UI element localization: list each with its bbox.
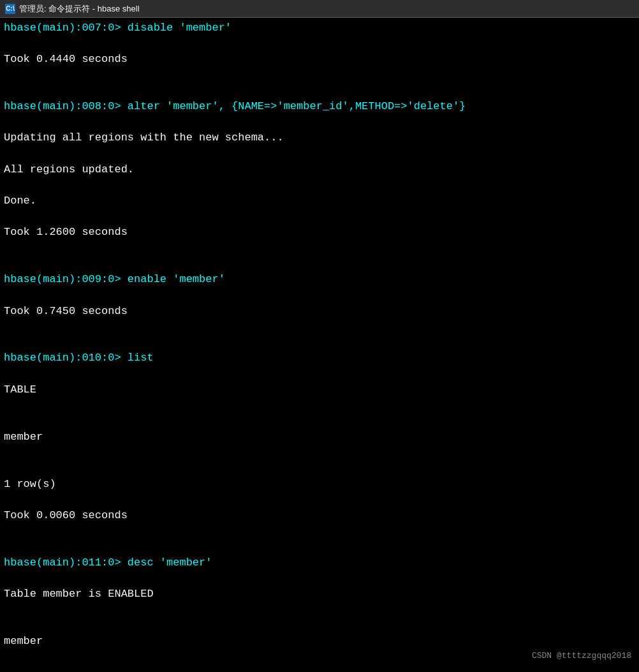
- terminal-line: hbase(main):007:0> disable 'member': [4, 20, 635, 36]
- terminal-line: hbase(main):010:0> list: [4, 350, 635, 366]
- terminal-line: Took 1.2600 seconds: [4, 225, 635, 241]
- terminal-body[interactable]: hbase(main):007:0> disable 'member' Took…: [0, 18, 639, 672]
- title-bar: C:\ 管理员: 命令提示符 - hbase shell: [0, 0, 639, 18]
- terminal-line: Took 0.4440 seconds: [4, 52, 635, 68]
- terminal-line: Took 0.0060 seconds: [4, 508, 635, 524]
- terminal-line: Updating all regions with the new schema…: [4, 130, 635, 146]
- terminal-line: member: [4, 429, 635, 445]
- terminal-line: TABLE: [4, 382, 635, 398]
- terminal-line: All regions updated.: [4, 162, 635, 178]
- terminal-line: 1 row(s): [4, 477, 635, 493]
- terminal-line: Done.: [4, 193, 635, 209]
- terminal-line: hbase(main):008:0> alter 'member', {NAME…: [4, 99, 635, 115]
- title-bar-text: 管理员: 命令提示符 - hbase shell: [19, 3, 140, 15]
- terminal-line: Table member is ENABLED: [4, 586, 635, 602]
- title-bar-icon: C:\: [5, 4, 15, 14]
- terminal-line: hbase(main):009:0> enable 'member': [4, 272, 635, 288]
- terminal-line: hbase(main):011:0> desc 'member': [4, 555, 635, 571]
- terminal-line: member: [4, 634, 635, 650]
- watermark: CSDN @ttttzzgqqq2018: [532, 651, 631, 661]
- terminal-line: Took 0.7450 seconds: [4, 304, 635, 320]
